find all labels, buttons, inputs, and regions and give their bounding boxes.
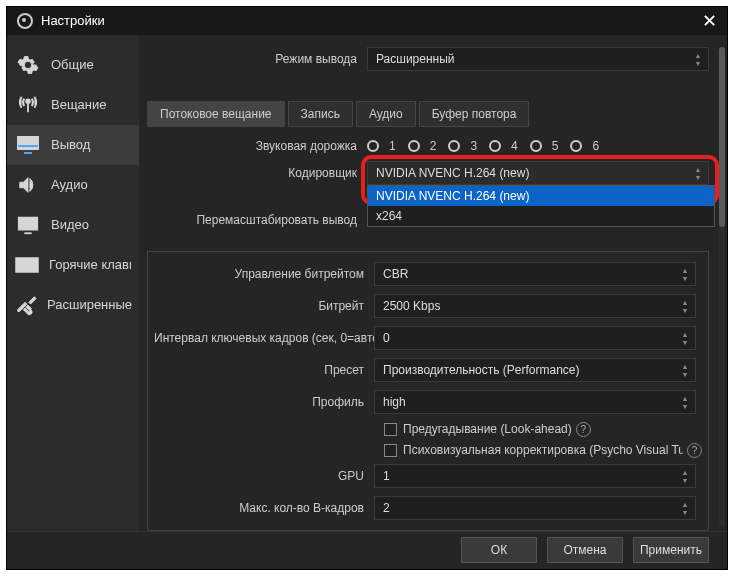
psycho-label: Психовизуальная корректировка (Psycho Vi… <box>403 443 683 457</box>
radio-track-1[interactable] <box>367 140 379 152</box>
close-icon[interactable]: ✕ <box>702 10 717 32</box>
help-icon[interactable]: ? <box>687 443 702 458</box>
svg-point-0 <box>26 99 30 103</box>
encoder-label: Кодировщик <box>147 166 367 180</box>
scrollbar[interactable] <box>719 47 725 527</box>
sidebar-item-video[interactable]: Видео <box>7 205 139 245</box>
antenna-icon <box>15 95 41 115</box>
lookahead-label: Предугадывание (Look-ahead) <box>403 422 572 436</box>
keyint-input[interactable]: 0▲▼ <box>374 326 696 350</box>
speaker-icon <box>15 175 41 195</box>
help-icon[interactable]: ? <box>576 422 591 437</box>
sidebar-item-label: Горячие клавиши <box>49 257 131 272</box>
sidebar-item-label: Видео <box>51 217 89 232</box>
encoder-dropdown: NVIDIA NVENC H.264 (new) x264 <box>367 185 715 227</box>
svg-rect-2 <box>19 217 37 229</box>
sidebar-item-audio[interactable]: Аудио <box>7 165 139 205</box>
tools-icon <box>15 295 37 315</box>
encoder-option-x264[interactable]: x264 <box>368 206 714 226</box>
gpu-label: GPU <box>154 469 374 483</box>
titlebar: Настройки ✕ <box>7 7 727 35</box>
bitrate-label: Битрейт <box>154 299 374 313</box>
keyboard-icon <box>15 255 39 275</box>
psycho-checkbox[interactable] <box>384 444 397 457</box>
sidebar-item-label: Вещание <box>51 97 107 112</box>
sidebar-item-output[interactable]: Вывод <box>7 125 139 165</box>
rescale-label: Перемасштабировать вывод <box>147 213 367 227</box>
profile-select[interactable]: high▲▼ <box>374 390 696 414</box>
sidebar-item-stream[interactable]: Вещание <box>7 85 139 125</box>
keyint-label: Интервал ключевых кадров (сек, 0=авто) <box>154 331 374 345</box>
cancel-button[interactable]: Отмена <box>547 537 623 563</box>
rate-control-select[interactable]: CBR▲▼ <box>374 262 696 286</box>
sidebar-item-label: Вывод <box>51 137 90 152</box>
sidebar: Общие Вещание Вывод Аудио Видео Горячие … <box>7 35 139 531</box>
radio-track-4[interactable] <box>489 140 501 152</box>
svg-rect-3 <box>16 258 38 272</box>
encoder-settings-panel: Управление битрейтом CBR▲▼ Битрейт 2500 … <box>147 251 709 531</box>
audio-track-radios: 1 2 3 4 5 6 <box>367 139 709 153</box>
gear-icon <box>15 55 41 75</box>
tab-recording[interactable]: Запись <box>288 101 353 127</box>
profile-label: Профиль <box>154 395 374 409</box>
sidebar-item-label: Расширенные <box>47 297 132 312</box>
chevron-updown-icon: ▲▼ <box>690 164 706 184</box>
output-tabs: Потоковое вещание Запись Аудио Буфер пов… <box>147 101 709 127</box>
tab-replay-buffer[interactable]: Буфер повтора <box>419 101 530 127</box>
settings-window: Настройки ✕ Общие Вещание Вывод Аудио <box>6 6 728 570</box>
rate-control-label: Управление битрейтом <box>154 267 374 281</box>
radio-track-6[interactable] <box>570 140 582 152</box>
sidebar-item-advanced[interactable]: Расширенные <box>7 285 139 325</box>
tab-streaming[interactable]: Потоковое вещание <box>147 101 285 127</box>
bframes-input[interactable]: 2▲▼ <box>374 496 696 520</box>
ok-button[interactable]: ОК <box>461 537 537 563</box>
display-icon <box>15 215 41 235</box>
audio-track-label: Звуковая дорожка <box>147 139 367 153</box>
output-mode-select[interactable]: Расширенный ▲▼ <box>367 47 709 71</box>
tab-audio[interactable]: Аудио <box>356 101 416 127</box>
svg-rect-1 <box>18 137 38 149</box>
sidebar-item-general[interactable]: Общие <box>7 45 139 85</box>
output-mode-label: Режим вывода <box>147 52 367 66</box>
encoder-option-nvenc[interactable]: NVIDIA NVENC H.264 (new) <box>368 186 714 206</box>
radio-track-3[interactable] <box>448 140 460 152</box>
radio-track-2[interactable] <box>408 140 420 152</box>
encoder-select[interactable]: NVIDIA NVENC H.264 (new) ▲▼ <box>367 161 709 185</box>
chevron-updown-icon: ▲▼ <box>690 50 706 70</box>
apply-button[interactable]: Применить <box>633 537 709 563</box>
app-icon <box>17 13 33 29</box>
bitrate-input[interactable]: 2500 Kbps▲▼ <box>374 294 696 318</box>
sidebar-item-label: Аудио <box>51 177 88 192</box>
lookahead-checkbox[interactable] <box>384 423 397 436</box>
gpu-input[interactable]: 1▲▼ <box>374 464 696 488</box>
preset-select[interactable]: Производительность (Performance)▲▼ <box>374 358 696 382</box>
preset-label: Пресет <box>154 363 374 377</box>
bframes-label: Макс. кол-во B-кадров <box>154 501 374 515</box>
window-title: Настройки <box>41 13 105 28</box>
main-panel: Режим вывода Расширенный ▲▼ Потоковое ве… <box>139 35 727 531</box>
radio-track-5[interactable] <box>530 140 542 152</box>
sidebar-item-label: Общие <box>51 57 94 72</box>
monitor-icon <box>15 135 41 155</box>
sidebar-item-hotkeys[interactable]: Горячие клавиши <box>7 245 139 285</box>
footer: ОК Отмена Применить <box>7 531 727 569</box>
